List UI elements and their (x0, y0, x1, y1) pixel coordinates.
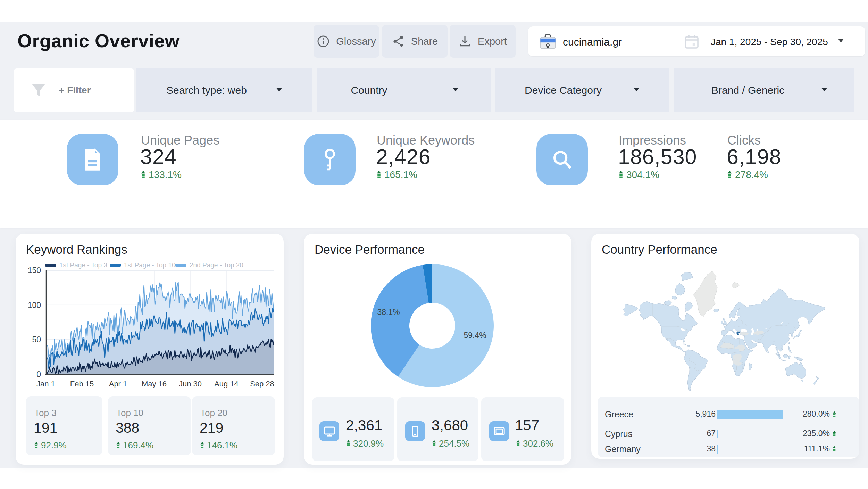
svg-text:Jun 30: Jun 30 (179, 380, 202, 388)
svg-text:50: 50 (32, 335, 41, 344)
svg-text:Feb 15: Feb 15 (70, 380, 94, 388)
svg-text:38.1%: 38.1% (377, 308, 400, 317)
svg-text:0: 0 (36, 370, 41, 379)
svg-text:150: 150 (28, 266, 41, 275)
svg-text:59.4%: 59.4% (464, 331, 486, 340)
svg-text:Apr 1: Apr 1 (109, 380, 127, 388)
svg-text:May 16: May 16 (142, 380, 167, 388)
svg-text:Aug 14: Aug 14 (214, 380, 239, 388)
svg-text:Sep 28: Sep 28 (250, 380, 274, 388)
svg-text:100: 100 (28, 301, 41, 310)
svg-text:Jan 1: Jan 1 (36, 380, 55, 388)
